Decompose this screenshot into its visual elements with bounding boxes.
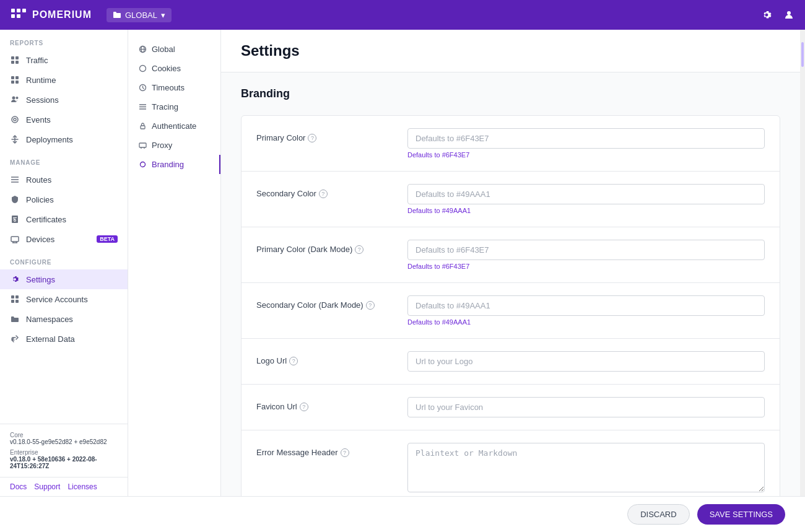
sidebar-item-runtime[interactable]: Runtime [0, 70, 128, 90]
secondary-color-dark-input[interactable] [407, 295, 765, 316]
sidebar-item-namespaces[interactable]: Namespaces [0, 309, 128, 329]
error-message-header-control: Can contain plain text or Markdown. [407, 443, 765, 496]
primary-color-dark-help-icon[interactable]: ? [355, 245, 363, 254]
subnav-item-cookies[interactable]: Cookies [128, 59, 220, 78]
error-message-header-input[interactable] [407, 443, 765, 492]
sidebar-item-settings[interactable]: Settings [0, 269, 128, 289]
secondary-color-dark-help-icon[interactable]: ? [366, 301, 375, 310]
enterprise-label: Enterprise [10, 449, 118, 456]
secondary-color-help-icon[interactable]: ? [319, 190, 328, 198]
sidebar-item-routes[interactable]: Routes [0, 170, 128, 190]
service-accounts-icon [10, 294, 20, 304]
primary-color-dark-row: Primary Color (Dark Mode) ? Defaults to … [242, 227, 780, 283]
content-area: Branding Primary Color ? Defaults to #6F… [221, 72, 800, 496]
svg-rect-8 [11, 61, 14, 64]
svg-rect-25 [11, 300, 14, 303]
logo-url-help-icon[interactable]: ? [289, 357, 298, 365]
sessions-icon [10, 95, 20, 105]
external-data-icon [10, 334, 20, 344]
docs-link[interactable]: Docs [10, 482, 27, 491]
licenses-link[interactable]: Licenses [67, 482, 97, 491]
cookies-icon [138, 64, 147, 73]
certificates-icon [10, 214, 20, 224]
sidebar-footer: Core v0.18.0-55-ge9e52d82 + e9e52d82 Ent… [0, 424, 128, 477]
svg-rect-24 [15, 295, 19, 299]
svg-rect-9 [15, 61, 19, 64]
scrollbar[interactable] [800, 30, 805, 496]
secondary-color-dark-label-col: Secondary Color (Dark Mode) ? [256, 295, 393, 310]
svg-point-5 [787, 11, 791, 15]
main-header: Settings [221, 30, 800, 72]
primary-color-input[interactable] [407, 128, 765, 149]
settings-icon[interactable] [760, 9, 773, 21]
logo-url-label-col: Logo Url ? [256, 351, 393, 365]
primary-color-dark-input[interactable] [407, 240, 765, 260]
devices-beta-badge: BETA [97, 235, 118, 243]
sidebar-item-sessions[interactable]: Sessions [0, 90, 128, 110]
sidebar-item-external-data[interactable]: External Data [0, 329, 128, 349]
primary-color-dark-label: Primary Color (Dark Mode) ? [256, 245, 393, 254]
secondary-color-row: Secondary Color ? Defaults to #49AAA1 [242, 172, 780, 227]
error-message-header-row: Error Message Header ? Can contain plain… [242, 430, 780, 496]
sidebar: REPORTS Traffic Runtime Sessions Events [0, 30, 128, 496]
logo-url-label: Logo Url ? [256, 356, 393, 365]
secondary-color-input[interactable] [407, 184, 765, 204]
discard-button[interactable]: DISCARD [627, 504, 690, 525]
secondary-color-label: Secondary Color ? [256, 189, 393, 198]
sidebar-item-certificates[interactable]: Certificates [0, 209, 128, 229]
branding-icon [138, 160, 147, 169]
primary-color-help-icon[interactable]: ? [308, 134, 316, 142]
sidebar-item-policies[interactable]: Policies [0, 190, 128, 209]
svg-rect-22 [11, 237, 19, 242]
secondary-color-label-col: Secondary Color ? [256, 184, 393, 198]
global-subnav-label: Global [152, 45, 175, 54]
favicon-url-input[interactable] [407, 397, 765, 417]
deployments-label: Deployments [26, 135, 73, 144]
authenticate-label: Authenticate [152, 121, 196, 131]
error-message-header-label: Error Message Header ? [256, 448, 393, 457]
namespaces-label: Namespaces [26, 315, 73, 324]
topnav-right [760, 9, 795, 21]
namespaces-icon [10, 314, 20, 324]
svg-rect-11 [15, 76, 19, 79]
main-content: Settings Branding Primary Color ? Defaul… [221, 30, 800, 496]
sidebar-item-deployments[interactable]: Deployments [0, 129, 128, 149]
policies-label: Policies [26, 195, 54, 204]
deployments-icon [10, 134, 20, 144]
save-settings-button[interactable]: SAVE SETTINGS [697, 504, 785, 525]
sidebar-item-service-accounts[interactable]: Service Accounts [0, 289, 128, 309]
subnav-item-authenticate[interactable]: Authenticate [128, 116, 220, 136]
primary-color-row: Primary Color ? Defaults to #6F43E7 [242, 116, 780, 172]
certificates-label: Certificates [26, 215, 66, 224]
user-icon[interactable] [783, 9, 795, 21]
page-title: Settings [241, 42, 780, 59]
support-link[interactable]: Support [34, 482, 60, 491]
sidebar-item-devices[interactable]: Devices BETA [0, 229, 128, 249]
subnav-item-timeouts[interactable]: Timeouts [128, 78, 220, 97]
settings-sidebar-icon [10, 274, 20, 284]
events-label: Events [26, 115, 51, 124]
global-selector[interactable]: GLOBAL ▾ [107, 8, 172, 22]
favicon-url-label-col: Favicon Url ? [256, 397, 393, 411]
sidebar-item-traffic[interactable]: Traffic [0, 50, 128, 70]
sidebar-item-events[interactable]: Events [0, 110, 128, 129]
subnav-item-tracing[interactable]: Tracing [128, 97, 220, 116]
subnav-item-global[interactable]: Global [128, 40, 220, 59]
favicon-url-help-icon[interactable]: ? [300, 403, 308, 411]
subnav-item-proxy[interactable]: Proxy [128, 136, 220, 155]
svg-point-14 [12, 97, 15, 100]
branding-label: Branding [152, 160, 184, 169]
section-title: Branding [241, 87, 780, 100]
logo: POMERIUM [10, 6, 92, 24]
svg-point-29 [139, 66, 146, 72]
gear-icon [761, 9, 772, 20]
subnav-item-branding[interactable]: Branding [128, 155, 220, 174]
favicon-url-row: Favicon Url ? [242, 385, 780, 430]
devices-icon [10, 234, 20, 244]
scroll-thumb [801, 42, 804, 67]
logo-text: POMERIUM [32, 9, 92, 20]
folder-icon [113, 11, 121, 19]
logo-url-input[interactable] [407, 351, 765, 372]
error-message-header-help-icon[interactable]: ? [341, 448, 349, 457]
secondary-color-hint: Defaults to #49AAA1 [407, 207, 765, 214]
